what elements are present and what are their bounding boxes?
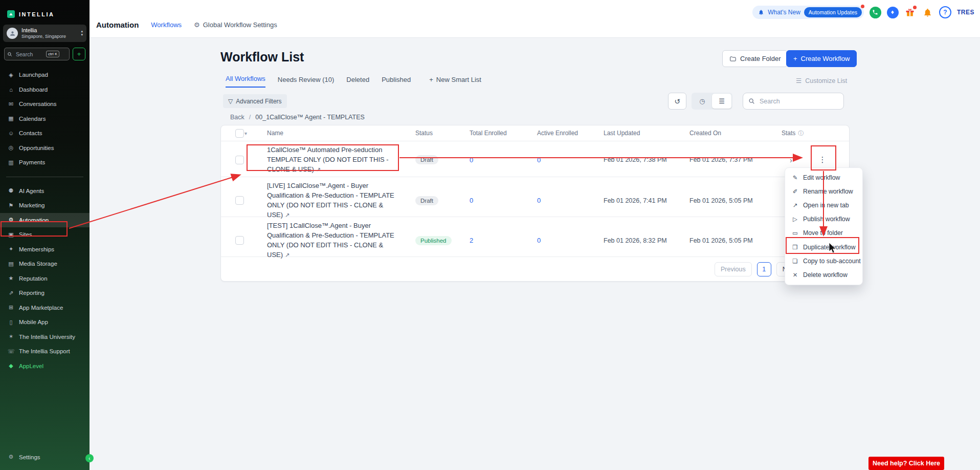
sidebar-collapse-button[interactable]: ‹ bbox=[85, 454, 94, 462]
menu-item-delete-workflow[interactable]: ✕Delete workflow bbox=[785, 268, 862, 282]
notifications-button[interactable] bbox=[922, 7, 933, 18]
whats-new-button[interactable]: What's New Automation Updates bbox=[752, 6, 864, 19]
sidebar-item-app-marketplace[interactable]: ⊞App Marketplace bbox=[0, 301, 90, 315]
external-link-icon[interactable]: ↗ bbox=[285, 252, 289, 258]
calendar-view-toggle[interactable]: ◷ bbox=[693, 94, 712, 109]
sidebar-item-reporting[interactable]: ⇗Reporting bbox=[0, 286, 90, 301]
menu-item-publish-workflow[interactable]: ▷Publish workflow bbox=[785, 212, 862, 226]
payments-icon: ▥ bbox=[8, 159, 14, 166]
sidebar-item-conversations[interactable]: ✉Conversations bbox=[0, 97, 90, 112]
need-help-button[interactable]: Need help? Click Here bbox=[868, 457, 944, 470]
tab-all-workflows[interactable]: All Workflows bbox=[226, 75, 265, 88]
sidebar-item-contacts[interactable]: ☺Contacts bbox=[0, 126, 90, 141]
table-row[interactable]: [LIVE] 1CallClose™.Agent - Buyer Qualifi… bbox=[221, 177, 849, 217]
menu-item-duplicate-workflow[interactable]: ❐Duplicate workflow bbox=[785, 240, 862, 254]
phone-icon bbox=[872, 9, 878, 15]
total-enrolled-value[interactable]: 0 bbox=[465, 156, 533, 164]
advanced-filters-button[interactable]: ▽ Advanced Filters bbox=[223, 94, 287, 108]
sidebar: INTELLIA Intellia Singapore, Singapore ▴… bbox=[0, 0, 90, 470]
customize-list-button[interactable]: ☰ Customize List bbox=[796, 77, 847, 84]
filter-icon: ▽ bbox=[228, 98, 233, 105]
sidebar-item-automation[interactable]: ⚙Automation bbox=[0, 213, 90, 228]
external-link-icon[interactable]: ↗ bbox=[316, 166, 321, 173]
table-header-row: ▾ Name Status Total Enrolled Active Enro… bbox=[221, 125, 849, 141]
account-switcher[interactable]: Intellia Singapore, Singapore ▴▾ bbox=[3, 25, 86, 42]
sidebar-item-settings[interactable]: ⚙Settings bbox=[0, 450, 90, 465]
create-workflow-button[interactable]: + Create Workflow bbox=[786, 50, 857, 67]
agency-label[interactable]: TRES bbox=[957, 9, 974, 16]
select-all-checkbox[interactable] bbox=[235, 129, 244, 138]
rewards-button[interactable] bbox=[904, 7, 916, 18]
menu-item-edit-workflow[interactable]: ✎Edit workflow bbox=[785, 170, 862, 184]
workflow-search[interactable] bbox=[743, 93, 844, 110]
sidebar-search-input[interactable] bbox=[15, 51, 43, 58]
workflow-search-input[interactable] bbox=[759, 97, 832, 105]
menu-item-rename-workflow[interactable]: ✐Rename workflow bbox=[785, 184, 862, 198]
row-actions-kebab-button[interactable]: ⋮ bbox=[815, 152, 830, 168]
account-avatar bbox=[7, 28, 18, 39]
active-enrolled-value[interactable]: 0 bbox=[533, 197, 599, 204]
previous-page-button[interactable]: Previous bbox=[715, 262, 752, 276]
tab-published[interactable]: Published bbox=[382, 76, 411, 88]
help-button[interactable]: ? bbox=[939, 6, 951, 18]
sidebar-item-payments[interactable]: ▥Payments bbox=[0, 155, 90, 170]
breadcrumb-folder[interactable]: 00_1CallClose™ Agent - TEMPLATES bbox=[255, 114, 365, 121]
sidebar-item-memberships[interactable]: ✦Memberships bbox=[0, 242, 90, 257]
stats-expand-chevron[interactable]: › bbox=[790, 156, 792, 164]
sidebar-item-opportunities[interactable]: ◎Opportunities bbox=[0, 141, 90, 156]
created-on-value: Feb 01 2026, 5:05 PM bbox=[685, 237, 776, 244]
sidebar-item-launchpad[interactable]: ◈Launchpad bbox=[0, 68, 90, 82]
last-updated-value: Feb 01 2026, 8:32 PM bbox=[599, 237, 685, 244]
menu-item-open-in-new-tab[interactable]: ↗Open in new tab bbox=[785, 198, 862, 212]
sidebar-search[interactable]: ctrl K bbox=[4, 48, 70, 60]
nav-global-workflow-settings[interactable]: ⚙ Global Workflow Settings bbox=[194, 21, 277, 29]
intellia-logo-icon bbox=[7, 10, 15, 18]
table-row[interactable]: 1CallClose™ Automated Pre-seduction TEMP… bbox=[221, 141, 849, 177]
sidebar-item-sites[interactable]: ▣Sites bbox=[0, 227, 90, 242]
create-folder-button[interactable]: Create Folder bbox=[722, 50, 788, 67]
active-enrolled-value[interactable]: 0 bbox=[533, 237, 599, 244]
enrollment-history-button[interactable]: ↺ bbox=[668, 93, 686, 110]
workflow-name[interactable]: 1CallClose™ Automated Pre-seduction TEMP… bbox=[259, 141, 412, 179]
quick-add-button[interactable]: + bbox=[73, 48, 85, 60]
current-page-button[interactable]: 1 bbox=[757, 262, 771, 276]
row-checkbox[interactable] bbox=[235, 196, 244, 205]
account-name: Intellia bbox=[21, 27, 66, 34]
workflow-name[interactable]: [TEST] 1CallClose™.Agent - Buyer Qualifi… bbox=[259, 217, 412, 264]
total-enrolled-value[interactable]: 0 bbox=[465, 197, 533, 204]
total-enrolled-value[interactable]: 2 bbox=[465, 237, 533, 244]
sidebar-item-dashboard[interactable]: ⌂Dashboard bbox=[0, 82, 90, 97]
launchpad-icon: ◈ bbox=[8, 72, 14, 78]
active-enrolled-value[interactable]: 0 bbox=[533, 156, 599, 164]
academy-button[interactable] bbox=[887, 7, 899, 18]
contacts-icon: ☺ bbox=[8, 130, 14, 136]
menu-item-copy-to-sub-account[interactable]: ❏Copy to sub-account bbox=[785, 254, 862, 268]
sidebar-item-mobile-app[interactable]: ▯Mobile App bbox=[0, 315, 90, 330]
sidebar-item-reputation[interactable]: ★Reputation bbox=[0, 271, 90, 286]
row-checkbox[interactable] bbox=[235, 236, 244, 245]
nav-workflows[interactable]: Workflows bbox=[151, 21, 182, 29]
ai-agents-icon: ⚉ bbox=[8, 187, 14, 194]
tab-needs-review[interactable]: Needs Review (10) bbox=[278, 76, 335, 88]
sidebar-item-ai-agents[interactable]: ⚉AI Agents bbox=[0, 184, 90, 199]
phone-button[interactable] bbox=[870, 7, 881, 18]
sidebar-item-support[interactable]: ☏The Intellia Support bbox=[0, 344, 90, 359]
publish-icon: ▷ bbox=[792, 216, 798, 223]
sidebar-item-applevel[interactable]: ◆AppLevel bbox=[0, 359, 90, 374]
edit-icon: ✎ bbox=[792, 174, 798, 181]
workflow-tabs: All Workflows Needs Review (10) Deleted … bbox=[226, 75, 481, 88]
workflow-table: ▾ Name Status Total Enrolled Active Enro… bbox=[220, 125, 850, 282]
sidebar-item-calendars[interactable]: ▦Calendars bbox=[0, 112, 90, 126]
menu-item-move-to-folder[interactable]: ▭Move to folder bbox=[785, 226, 862, 240]
table-row[interactable]: [TEST] 1CallClose™.Agent - Buyer Qualifi… bbox=[221, 217, 849, 257]
row-checkbox[interactable] bbox=[235, 156, 244, 164]
breadcrumb-back[interactable]: Back bbox=[230, 114, 244, 121]
sidebar-item-university[interactable]: ✶The Intellia University bbox=[0, 330, 90, 345]
new-smart-list-button[interactable]: + New Smart List bbox=[429, 76, 481, 88]
chevron-down-icon[interactable]: ▾ bbox=[244, 131, 259, 136]
tab-deleted[interactable]: Deleted bbox=[346, 76, 369, 88]
sidebar-item-marketing[interactable]: ⚑Marketing bbox=[0, 198, 90, 213]
status-badge: Published bbox=[415, 236, 452, 245]
sidebar-item-media-storage[interactable]: ▤Media Storage bbox=[0, 257, 90, 271]
list-view-toggle[interactable]: ☰ bbox=[712, 94, 731, 109]
